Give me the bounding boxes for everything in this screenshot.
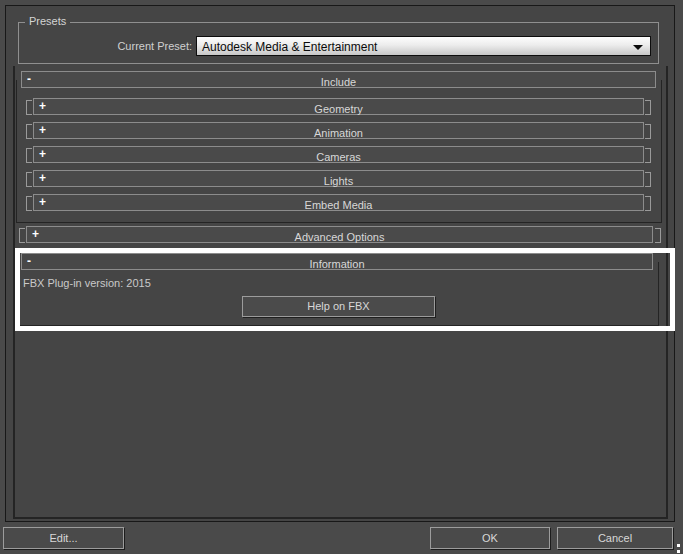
rollout-header-animation[interactable]: + Animation: [33, 122, 644, 139]
rollout-bracket-left: [26, 124, 32, 139]
rollout-bracket-right: [655, 228, 661, 243]
rollout-header-geometry[interactable]: + Geometry: [33, 98, 644, 115]
rollout-header-embed-media[interactable]: + Embed Media: [33, 194, 644, 211]
expand-plus-icon: +: [39, 147, 46, 161]
resize-grip-dot[interactable]: [677, 544, 680, 547]
presets-group-label: Presets: [25, 15, 70, 28]
rollout-title: Advanced Options: [295, 231, 385, 243]
rollout-title: Information: [309, 258, 364, 270]
current-preset-value: Autodesk Media & Entertainment: [202, 40, 377, 54]
rollout-bracket-right: [645, 148, 651, 163]
expand-plus-icon: +: [39, 171, 46, 185]
edit-button[interactable]: Edit...: [3, 527, 124, 549]
rollout-title: Cameras: [316, 151, 361, 163]
rollout-header-advanced-options[interactable]: + Advanced Options: [26, 226, 653, 243]
fbx-plugin-version-text: FBX Plug-in version: 2015: [23, 277, 151, 289]
rollout-title: Embed Media: [305, 199, 373, 211]
rollout-title: Geometry: [314, 103, 362, 115]
expand-plus-icon: +: [39, 123, 46, 137]
current-preset-label: Current Preset:: [20, 40, 192, 52]
help-on-fbx-button[interactable]: Help on FBX: [242, 296, 435, 317]
current-preset-dropdown[interactable]: Autodesk Media & Entertainment: [196, 36, 651, 56]
rollout-bracket-left: [19, 228, 25, 243]
rollout-header-lights[interactable]: + Lights: [33, 170, 644, 187]
rollout-title: Include: [321, 76, 356, 88]
rollout-header-include[interactable]: - Include: [21, 71, 656, 88]
collapse-minus-icon: -: [27, 254, 31, 268]
collapse-minus-icon: -: [27, 72, 31, 86]
rollout-title: Animation: [314, 127, 363, 139]
resize-grip-dot[interactable]: [677, 550, 680, 553]
rollout-bracket-right: [645, 124, 651, 139]
rollout-bracket-left: [26, 148, 32, 163]
rollout-bracket-right: [645, 196, 651, 211]
rollout-bracket-right: [645, 100, 651, 115]
ok-button[interactable]: OK: [430, 527, 550, 549]
rollout-title: Lights: [324, 175, 353, 187]
rollout-bracket-right: [645, 172, 651, 187]
rollout-bracket-left: [26, 172, 32, 187]
rollout-header-cameras[interactable]: + Cameras: [33, 146, 644, 163]
rollout-header-information[interactable]: - Information: [21, 253, 653, 270]
expand-plus-icon: +: [39, 99, 46, 113]
cancel-button[interactable]: Cancel: [557, 527, 673, 549]
expand-plus-icon: +: [39, 195, 46, 209]
chevron-down-icon: [633, 45, 643, 50]
expand-plus-icon: +: [32, 227, 39, 241]
rollout-bracket-left: [26, 100, 32, 115]
rollout-bracket-left: [26, 196, 32, 211]
